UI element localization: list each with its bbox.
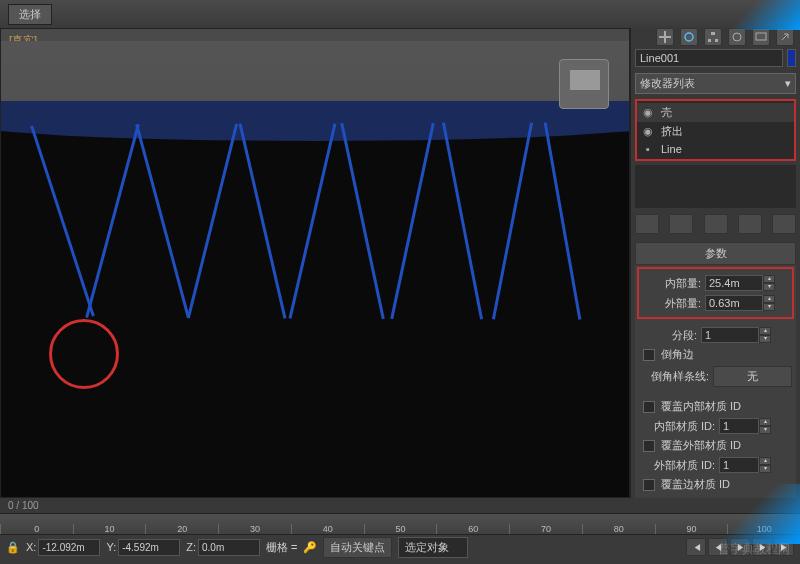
road-surface bbox=[1, 111, 629, 497]
modifier-list-row: 修改器列表 ▾ bbox=[631, 70, 800, 97]
top-toolbar: 选择 bbox=[0, 0, 800, 28]
goto-end-button[interactable] bbox=[774, 538, 794, 556]
spinner-down-button[interactable]: ▾ bbox=[759, 426, 771, 434]
main-area: [真实] bbox=[0, 28, 800, 498]
rollout-header[interactable]: 参数 bbox=[635, 242, 796, 265]
timeline-tick[interactable]: 60 bbox=[436, 524, 509, 534]
object-color-swatch[interactable] bbox=[787, 49, 796, 67]
spinner-down-button[interactable]: ▾ bbox=[763, 303, 775, 311]
viewcube[interactable] bbox=[559, 59, 609, 109]
visibility-icon[interactable]: ◉ bbox=[643, 106, 653, 119]
show-end-result-button[interactable] bbox=[669, 214, 693, 234]
lock-icon[interactable]: 🔒 bbox=[6, 541, 20, 554]
spinner-down-button[interactable]: ▾ bbox=[759, 335, 771, 343]
bottom-area: 0 / 100 0102030405060708090100 🔒 X: Y: Z… bbox=[0, 498, 800, 559]
grid-label: 栅格 = bbox=[266, 540, 297, 555]
x-input[interactable] bbox=[38, 539, 100, 556]
timeline-tick[interactable]: 20 bbox=[145, 524, 218, 534]
modifier-line[interactable]: ▪ Line bbox=[637, 141, 794, 157]
override-outer-mat-checkbox[interactable] bbox=[643, 440, 655, 452]
viewport[interactable]: [真实] bbox=[0, 28, 630, 498]
display-tab-icon[interactable] bbox=[752, 28, 770, 46]
z-label: Z: bbox=[186, 541, 196, 553]
override-edge-mat-label: 覆盖边材质 ID bbox=[661, 477, 730, 492]
parameters-rollout: 参数 内部量: ▴▾ 外部量: ▴▾ bbox=[635, 242, 796, 498]
modifier-extrude[interactable]: ◉ 挤出 bbox=[637, 122, 794, 141]
timeline-track[interactable]: 0102030405060708090100 bbox=[0, 513, 800, 535]
inner-mat-id-row: 内部材质 ID: ▴▾ bbox=[639, 416, 792, 436]
playback-controls bbox=[686, 538, 794, 556]
bevel-edges-checkbox[interactable] bbox=[643, 349, 655, 361]
svg-rect-4 bbox=[756, 33, 766, 40]
object-name-row bbox=[631, 46, 800, 70]
inner-mat-id-input[interactable] bbox=[719, 418, 759, 434]
spinner-up-button[interactable]: ▴ bbox=[763, 295, 775, 303]
annotation-circle bbox=[49, 319, 119, 389]
y-input[interactable] bbox=[118, 539, 180, 556]
segments-input[interactable] bbox=[701, 327, 759, 343]
visibility-icon[interactable]: ◉ bbox=[643, 125, 653, 138]
spinner-up-button[interactable]: ▴ bbox=[763, 275, 775, 283]
decorative-corner bbox=[710, 0, 800, 30]
timeline-tick[interactable]: 80 bbox=[582, 524, 655, 534]
x-coord-group: X: bbox=[26, 539, 100, 556]
spinner-up-button[interactable]: ▴ bbox=[759, 418, 771, 426]
chevron-down-icon: ▾ bbox=[785, 77, 791, 90]
timeline-tick[interactable]: 70 bbox=[509, 524, 582, 534]
override-edge-mat-checkbox[interactable] bbox=[643, 479, 655, 491]
spinner-down-button[interactable]: ▾ bbox=[759, 465, 771, 473]
prev-frame-button[interactable] bbox=[708, 538, 728, 556]
stack-toolbar bbox=[631, 210, 800, 238]
override-edge-mat-row: 覆盖边材质 ID bbox=[639, 475, 792, 494]
command-panel: 修改器列表 ▾ ◉ 壳 ◉ 挤出 ▪ Line bbox=[630, 28, 800, 498]
spinner-up-button[interactable]: ▴ bbox=[759, 457, 771, 465]
svg-rect-0 bbox=[711, 32, 715, 35]
z-input[interactable] bbox=[198, 539, 260, 556]
hierarchy-tab-icon[interactable] bbox=[704, 28, 722, 46]
timeline-tick[interactable]: 0 bbox=[0, 524, 73, 534]
timeline-tick[interactable]: 30 bbox=[218, 524, 291, 534]
create-tab-icon[interactable] bbox=[656, 28, 674, 46]
inner-amount-label: 内部量: bbox=[643, 276, 701, 291]
top-button-select[interactable]: 选择 bbox=[8, 4, 52, 25]
modify-tab-icon[interactable] bbox=[680, 28, 698, 46]
bevel-spline-label: 倒角样条线: bbox=[639, 369, 709, 384]
expand-icon[interactable]: ▪ bbox=[643, 143, 653, 155]
play-button[interactable] bbox=[730, 538, 750, 556]
material-override-group: 覆盖内部材质 ID 内部材质 ID: ▴▾ 覆盖外部材质 ID 外部材质 ID:… bbox=[635, 393, 796, 498]
segments-row: 分段: ▴▾ bbox=[639, 325, 792, 345]
segments-spinner: ▴▾ bbox=[701, 327, 792, 343]
inner-amount-input[interactable] bbox=[705, 275, 763, 291]
timeline-tick[interactable]: 90 bbox=[655, 524, 728, 534]
pin-stack-button[interactable] bbox=[635, 214, 659, 234]
timeline-tick[interactable]: 40 bbox=[291, 524, 364, 534]
remove-modifier-button[interactable] bbox=[738, 214, 762, 234]
modifier-list-dropdown[interactable]: 修改器列表 ▾ bbox=[635, 73, 796, 94]
override-inner-mat-row: 覆盖内部材质 ID bbox=[639, 397, 792, 416]
bevel-spline-row: 倒角样条线: 无 bbox=[639, 364, 792, 389]
outer-mat-id-input[interactable] bbox=[719, 457, 759, 473]
timeline-tick[interactable]: 10 bbox=[73, 524, 146, 534]
utilities-tab-icon[interactable] bbox=[776, 28, 794, 46]
key-icon[interactable]: 🔑 bbox=[303, 541, 317, 554]
object-name-input[interactable] bbox=[635, 49, 783, 67]
timeline-tick[interactable]: 100 bbox=[727, 524, 800, 534]
timeline-tick[interactable]: 50 bbox=[364, 524, 437, 534]
selection-filter-dropdown[interactable]: 选定对象 bbox=[398, 537, 468, 558]
configure-sets-button[interactable] bbox=[772, 214, 796, 234]
outer-amount-input[interactable] bbox=[705, 295, 763, 311]
road-top-edge bbox=[1, 101, 629, 141]
motion-tab-icon[interactable] bbox=[728, 28, 746, 46]
y-label: Y: bbox=[106, 541, 116, 553]
next-frame-button[interactable] bbox=[752, 538, 772, 556]
override-inner-mat-checkbox[interactable] bbox=[643, 401, 655, 413]
modifier-shell[interactable]: ◉ 壳 bbox=[637, 103, 794, 122]
bevel-spline-button[interactable]: 无 bbox=[713, 366, 792, 387]
spinner-up-button[interactable]: ▴ bbox=[759, 327, 771, 335]
make-unique-button[interactable] bbox=[704, 214, 728, 234]
modifier-stack-highlighted: ◉ 壳 ◉ 挤出 ▪ Line bbox=[635, 99, 796, 161]
outer-amount-label: 外部量: bbox=[643, 296, 701, 311]
autokey-button[interactable]: 自动关键点 bbox=[323, 537, 392, 558]
goto-start-button[interactable] bbox=[686, 538, 706, 556]
spinner-down-button[interactable]: ▾ bbox=[763, 283, 775, 291]
